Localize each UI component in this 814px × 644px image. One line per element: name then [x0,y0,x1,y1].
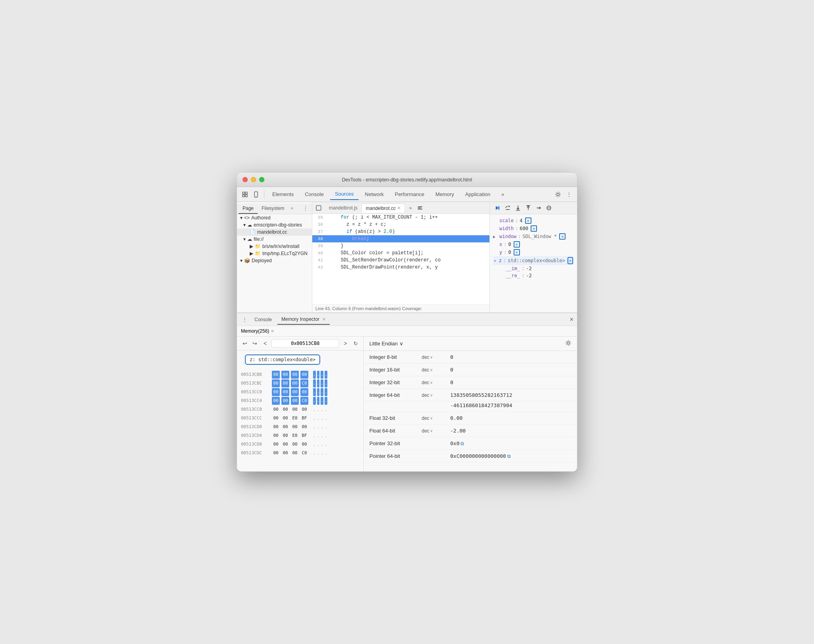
tree-deployed[interactable]: ▾ 📦 Deployed [237,257,312,264]
val-row-int8: Integer 8-bit dec ∨ 0 [364,351,577,364]
mem-forward-button[interactable]: ↪ [251,339,259,348]
tree-emscripten[interactable]: ▾ ☁ emscripten-dbg-stories [237,221,312,229]
tab-mandelbrot-cc[interactable]: mandelbrot.cc ✕ [361,204,405,213]
memory-256-label: Memory(256) [241,328,269,334]
tab-memory-inspector[interactable]: Memory Inspector ✕ [277,314,330,325]
bottom-panel-menu[interactable]: ⋮ [240,315,249,324]
ptr32-link-icon[interactable]: ⧉ [461,441,464,446]
tab-console[interactable]: Console [300,189,329,200]
tab-memory[interactable]: Memory [431,189,459,200]
step-out-button[interactable] [524,204,533,212]
tab-more-code[interactable]: » [405,204,416,212]
more-icon[interactable]: ⋮ [564,190,574,199]
tab-page[interactable]: Page [239,204,258,214]
val-settings-icon[interactable] [565,340,571,347]
tab-more[interactable]: » [497,189,509,200]
step-button[interactable] [534,204,543,212]
char-9-2: . [321,449,324,457]
width-icon-box[interactable]: ⊞ [531,225,537,232]
var-im-val: -2 [526,266,531,271]
scale-icon-box[interactable]: ⊞ [525,217,531,224]
tab-performance[interactable]: Performance [390,189,429,200]
char-9-0: . [313,449,316,457]
val-format-int64[interactable]: dec ∨ [422,392,445,398]
file-tab-menu-icon[interactable]: ⋮ [301,204,310,214]
char-5-2: . [321,414,324,422]
code-text-35: for (; i < MAX_ITER_COUNT - 1; i++ [326,214,438,221]
mobile-icon[interactable] [251,190,261,199]
memory-inspector-close[interactable]: ✕ [322,317,326,322]
file-icon-orange: 📄 [250,229,256,235]
val-format-int8[interactable]: dec ∨ [422,354,445,360]
memory-256-close[interactable]: ✕ [271,329,274,334]
var-window[interactable]: ▶ window : SDL_Window * ⊞ [493,232,574,240]
char-8-2: . [321,440,324,448]
tab-sources[interactable]: Sources [330,189,359,200]
var-z[interactable]: ▾ z : std::complex<double> ⊞ [493,256,574,265]
mem-refresh-button[interactable]: ↻ [352,339,359,348]
tmp-arrow: ▶ [250,251,253,256]
var-im[interactable]: __im_ : -2 [493,265,574,272]
var-scale[interactable]: scale : 4 ⊞ [493,217,574,225]
tab-application[interactable]: Application [461,189,495,200]
tab-filesystem[interactable]: Filesystem [258,204,288,214]
tree-tmp[interactable]: ▶ 📁 tmp/tmp.ELcTq2YGN [237,250,312,257]
ptr64-link-icon[interactable]: ⧉ [507,453,511,459]
endian-selector[interactable]: Little Endian ∨ [369,341,403,347]
endian-label: Little Endian [369,341,398,347]
char-0-0: . [313,371,316,379]
var-y[interactable]: y : 0 ⊞ [493,248,574,256]
tree-mandelbrot-cc[interactable]: 📄 mandelbrot.cc [237,229,312,236]
mem-next-button[interactable]: > [342,339,350,348]
resume-button[interactable] [493,204,502,212]
mem-address-input[interactable] [271,339,339,348]
file-arrow: ▾ [243,236,246,242]
deactivate-button[interactable] [545,204,553,212]
val-type-int64: Integer 64-bit [369,392,417,398]
breakpoints-icon[interactable] [314,203,323,213]
tab-elements[interactable]: Elements [268,189,298,200]
code-content[interactable]: 35 for (; i < MAX_ITER_COUNT - 1; i++ 36… [312,214,489,304]
tree-bswir[interactable]: ▶ 📁 b/s/w/ir/x/w/install [237,243,312,250]
byte-2-1: 00 [281,388,289,396]
var-re[interactable]: __re_ : -2 [493,272,574,279]
tab-mandelbrot-js[interactable]: mandelbrot.js [325,204,361,212]
val-format-int16[interactable]: dec ∨ [422,367,445,373]
mem-addr-5: 00513CCC [241,414,269,422]
inspect-icon[interactable] [240,190,250,199]
tree-authored[interactable]: ▾ <> Authored [237,214,312,221]
svg-rect-10 [418,209,422,210]
window-icon-box[interactable]: ⊞ [559,233,566,240]
bottom-panel-close[interactable]: ✕ [569,316,574,322]
step-over-button[interactable] [503,204,512,212]
var-x[interactable]: x : 0 ⊞ [493,240,574,248]
tab-network[interactable]: Network [360,189,389,200]
z-icon-box[interactable]: ⊞ [568,257,573,264]
tree-file[interactable]: ▾ ☁ file:// [237,236,312,243]
mem-back-button[interactable]: ↩ [241,339,249,348]
tab-console-bottom[interactable]: Console [250,315,276,324]
mem-bytes-view: 00513CB8 00 00 00 00 . . . . [237,369,363,471]
main-toolbar: Elements Console Sources Network Perform… [237,187,577,202]
folder-icon: 📁 [255,244,261,249]
tab-panel-more[interactable]: » [288,204,295,214]
var-width[interactable]: width : 600 ⊞ [493,225,574,232]
close-button[interactable] [243,177,248,182]
char-6-0: . [313,423,316,431]
format-icon[interactable] [417,205,423,211]
val-format-float32[interactable]: dec ∨ [422,415,445,421]
settings-icon[interactable] [553,190,563,199]
mem-row-5: 00513CCC 00 00 E0 BF . . . . [237,414,363,423]
step-into-button[interactable] [514,204,522,212]
y-icon-box[interactable]: ⊞ [514,249,520,255]
maximize-button[interactable] [259,177,264,182]
val-format-float64[interactable]: dec ∨ [422,428,445,434]
tab-close-icon[interactable]: ✕ [397,206,401,211]
mandelbrot-js-label: mandelbrot.js [329,205,357,211]
code-text-36: z = z * z + c; [326,221,386,228]
mem-prev-button[interactable]: < [261,339,269,348]
minimize-button[interactable] [251,177,256,182]
value-table: Integer 8-bit dec ∨ 0 Integer 16-bit dec… [364,351,577,471]
x-icon-box[interactable]: ⊞ [514,241,520,248]
val-format-int32[interactable]: dec ∨ [422,380,445,385]
